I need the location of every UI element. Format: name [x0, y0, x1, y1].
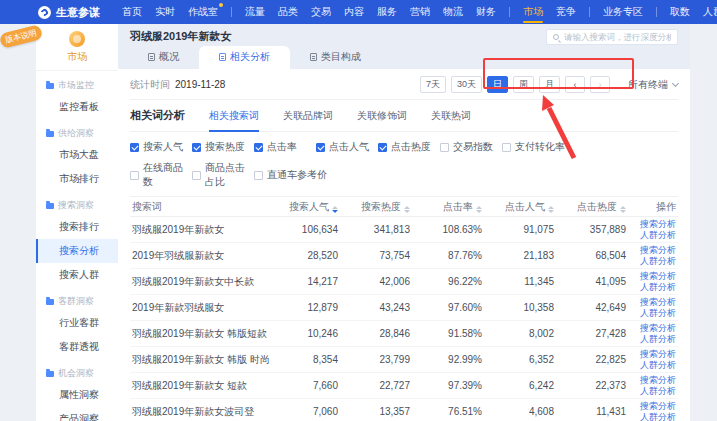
action-link-人群分析[interactable]: 人群分析 — [640, 412, 676, 421]
action-link-人群分析[interactable]: 人群分析 — [640, 230, 676, 241]
metric-搜索热度[interactable]: 搜索热度 — [192, 140, 254, 154]
nav-item-品类[interactable]: 品类 — [278, 0, 298, 24]
nav-group-divider — [509, 7, 510, 17]
nav-item-流量[interactable]: 流量 — [245, 0, 265, 24]
checkbox-点击热度[interactable] — [378, 143, 387, 152]
action-link-人群分析[interactable]: 人群分析 — [640, 256, 676, 267]
analysis-tab-关联修饰词[interactable]: 关联修饰词 — [357, 109, 407, 132]
nav-item-财务[interactable]: 财务 — [476, 0, 496, 24]
column-header-点击率[interactable]: 点击率 — [412, 197, 484, 217]
period-button-日[interactable]: 日 — [487, 76, 508, 93]
search-term-cell: 羽绒服2019年新款女中长款 — [130, 269, 268, 295]
sidebar-item-搜索排行[interactable]: 搜索排行 — [36, 215, 118, 239]
document-icon — [219, 53, 226, 61]
sort-icon[interactable] — [476, 206, 482, 213]
nav-item-服务[interactable]: 服务 — [377, 0, 397, 24]
column-header-搜索人气[interactable]: 搜索人气 — [268, 197, 340, 217]
checkbox-点击人气[interactable] — [316, 143, 325, 152]
action-link-人群分析[interactable]: 人群分析 — [640, 334, 676, 345]
tab-类目构成[interactable]: 类目构成 — [290, 46, 381, 69]
sidebar-item-产品洞察[interactable]: 产品洞察 — [36, 407, 118, 421]
column-header-搜索热度[interactable]: 搜索热度 — [340, 197, 412, 217]
nav-item-作战室[interactable]: 作战室 — [188, 0, 218, 24]
sort-icon[interactable] — [620, 206, 626, 213]
period-button-›[interactable]: › — [590, 76, 610, 93]
sidebar-item-搜索人群[interactable]: 搜索人群 — [36, 263, 118, 287]
period-button-7天[interactable]: 7天 — [420, 76, 446, 93]
action-link-搜索分析[interactable]: 搜索分析 — [640, 323, 676, 334]
metric-交易指数[interactable]: 交易指数 — [440, 140, 502, 154]
toolbar-right: 7天30天日周月‹› 所有终端 — [420, 76, 678, 93]
action-link-搜索分析[interactable]: 搜索分析 — [640, 401, 676, 412]
metric-点击率[interactable]: 点击率 — [254, 140, 316, 154]
sort-icon[interactable] — [404, 206, 410, 213]
search-input[interactable] — [564, 32, 671, 42]
nav-item-市场[interactable]: 市场 — [523, 0, 543, 24]
nav-item-交易[interactable]: 交易 — [311, 0, 331, 24]
period-button-月[interactable]: 月 — [539, 76, 560, 93]
period-button-周[interactable]: 周 — [513, 76, 534, 93]
action-link-人群分析[interactable]: 人群分析 — [640, 360, 676, 371]
checkbox-搜索热度[interactable] — [192, 143, 201, 152]
column-header-点击人气[interactable]: 点击人气 — [484, 197, 556, 217]
checkbox-交易指数[interactable] — [440, 143, 449, 152]
value-cell: 97.60% — [412, 295, 484, 321]
nav-item-首页[interactable]: 首页 — [122, 0, 142, 24]
nav-item-人群管理[interactable]: 人群管理 — [703, 0, 717, 24]
action-link-人群分析[interactable]: 人群分析 — [640, 282, 676, 293]
nav-item-物流[interactable]: 物流 — [443, 0, 463, 24]
analysis-tab-相关搜索词[interactable]: 相关搜索词 — [209, 109, 259, 132]
action-link-人群分析[interactable]: 人群分析 — [640, 386, 676, 397]
sidebar-item-市场大盘[interactable]: 市场大盘 — [36, 143, 118, 167]
action-link-搜索分析[interactable]: 搜索分析 — [640, 271, 676, 282]
nav-item-内容[interactable]: 内容 — [344, 0, 364, 24]
action-link-搜索分析[interactable]: 搜索分析 — [640, 245, 676, 256]
checkbox-商品点击占比[interactable] — [192, 171, 201, 180]
nav-item-取数[interactable]: 取数 — [670, 0, 690, 24]
metric-搜索人气[interactable]: 搜索人气 — [130, 140, 192, 154]
action-link-搜索分析[interactable]: 搜索分析 — [640, 297, 676, 308]
nav-item-实时[interactable]: 实时 — [155, 0, 175, 24]
sidebar-item-监控看板[interactable]: 监控看板 — [36, 95, 118, 119]
action-link-搜索分析[interactable]: 搜索分析 — [640, 375, 676, 386]
tab-相关分析[interactable]: 相关分析 — [199, 46, 290, 69]
checkbox-在线商品数[interactable] — [130, 171, 139, 180]
metric-点击热度[interactable]: 点击热度 — [378, 140, 440, 154]
column-label: 点击热度 — [577, 201, 617, 212]
checkbox-搜索人气[interactable] — [130, 143, 139, 152]
checkbox-点击率[interactable] — [254, 143, 263, 152]
metric-点击人气[interactable]: 点击人气 — [316, 140, 378, 154]
nav-item-营销[interactable]: 营销 — [410, 0, 430, 24]
analysis-tab-关联品牌词[interactable]: 关联品牌词 — [283, 109, 333, 132]
sort-icon[interactable] — [548, 206, 554, 213]
brand[interactable]: 生意参谋 — [38, 5, 100, 20]
search-box[interactable] — [546, 29, 678, 45]
sort-icon[interactable] — [332, 206, 338, 213]
sidebar-item-市场排行[interactable]: 市场排行 — [36, 167, 118, 191]
sidebar-item-搜索分析[interactable]: 搜索分析 — [36, 239, 118, 263]
column-header-点击热度[interactable]: 点击热度 — [556, 197, 628, 217]
metric-商品点击占比[interactable]: 商品点击占比 — [192, 161, 254, 189]
sidebar-item-客群透视[interactable]: 客群透视 — [36, 335, 118, 359]
nav-item-竞争[interactable]: 竞争 — [556, 0, 576, 24]
action-link-搜索分析[interactable]: 搜索分析 — [640, 219, 676, 230]
sort-down-caret — [476, 210, 482, 213]
sidebar-item-行业客群[interactable]: 行业客群 — [36, 311, 118, 335]
metric-在线商品数[interactable]: 在线商品数 — [130, 161, 192, 189]
tab-概况[interactable]: 概况 — [128, 46, 199, 69]
metric-直通车参考价[interactable]: 直通车参考价 — [254, 161, 327, 189]
analysis-tab-关联热词[interactable]: 关联热词 — [431, 109, 471, 132]
action-link-人群分析[interactable]: 人群分析 — [640, 308, 676, 319]
checkbox-支付转化率[interactable] — [502, 143, 511, 152]
action-link-搜索分析[interactable]: 搜索分析 — [640, 349, 676, 360]
sidebar-item-属性洞察[interactable]: 属性洞察 — [36, 383, 118, 407]
nav-item-业务专区[interactable]: 业务专区 — [603, 0, 643, 24]
period-button-‹[interactable]: ‹ — [565, 76, 585, 93]
period-button-30天[interactable]: 30天 — [451, 76, 482, 93]
value-cell: 106,634 — [268, 217, 340, 243]
metric-支付转化率[interactable]: 支付转化率 — [502, 140, 565, 154]
checkbox-直通车参考价[interactable] — [254, 171, 263, 180]
operation-cell: 搜索分析人群分析 — [628, 399, 678, 421]
folder-icon — [46, 203, 54, 209]
terminal-dropdown[interactable]: 所有终端 — [628, 78, 678, 92]
